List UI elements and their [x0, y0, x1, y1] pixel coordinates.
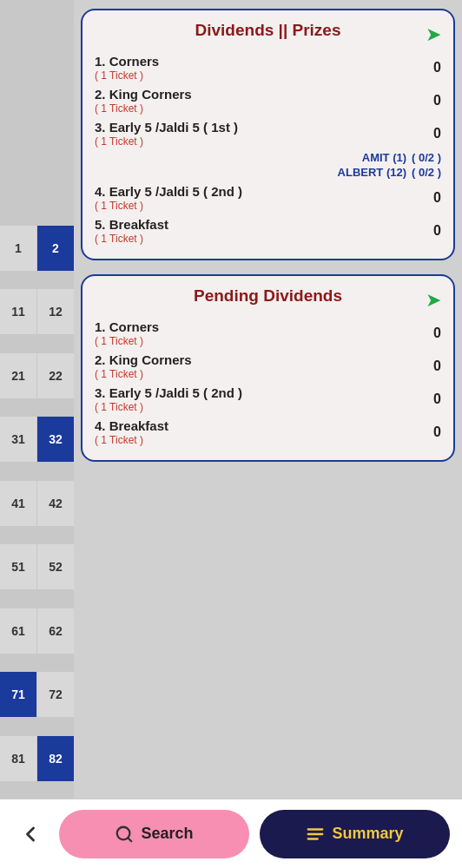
grid-cell: 32: [37, 417, 74, 462]
dividend-ticket: ( 1 Ticket ): [95, 401, 424, 413]
dividend-name: 1. Corners: [95, 319, 424, 334]
dividend-item: 4. Early 5 /Jaldi 5 ( 2nd ) ( 1 Ticket )…: [95, 184, 441, 212]
share-icon[interactable]: ➤: [426, 23, 441, 46]
dividend-ticket: ( 1 Ticket ): [95, 135, 424, 148]
dividend-value: 0: [424, 126, 441, 141]
player-name: ALBERT (12): [338, 166, 406, 179]
dividend-label: 1. Corners ( 1 Ticket ): [95, 54, 424, 82]
dividend-ticket: ( 1 Ticket ): [95, 335, 424, 347]
pending-dividend-item: 1. Corners ( 1 Ticket ) 0: [95, 319, 441, 347]
pending-dividend-item: 4. Breakfast ( 1 Ticket ) 0: [95, 418, 441, 446]
dividend-item: 2. King Corners ( 1 Ticket ) 0: [95, 87, 441, 115]
main-content: Dividends || Prizes ➤ 1. Corners ( 1 Tic…: [74, 0, 462, 799]
dividend-value: 0: [424, 93, 441, 108]
dividend-value: 0: [424, 424, 441, 440]
grid-cell: 72: [37, 672, 74, 717]
pending-dividends-card: Pending Dividends ➤ 1. Corners ( 1 Ticke…: [81, 274, 455, 462]
dividends-items-late-container: 4. Early 5 /Jaldi 5 ( 2nd ) ( 1 Ticket )…: [95, 184, 441, 245]
players-container: AMIT (1) ( 0/2 ) ALBERT (12) ( 0/2 ): [95, 151, 441, 179]
pending-dividend-item: 3. Early 5 /Jaldi 5 ( 2nd ) ( 1 Ticket )…: [95, 385, 441, 413]
dividend-label: 2. King Corners ( 1 Ticket ): [95, 87, 424, 115]
dividend-label: 4. Early 5 /Jaldi 5 ( 2nd ) ( 1 Ticket ): [95, 184, 424, 212]
grid-cell: 31: [0, 417, 36, 462]
dividends-prizes-title: Dividends || Prizes: [195, 21, 341, 40]
pending-items-container: 1. Corners ( 1 Ticket ) 0 2. King Corner…: [95, 319, 441, 446]
grid-cell: 61: [0, 608, 36, 654]
summary-icon: [306, 825, 325, 844]
player-row: ALBERT (12) ( 0/2 ): [95, 166, 441, 179]
dividend-name: 4. Breakfast: [95, 418, 424, 433]
grid-cell: 12: [37, 289, 74, 334]
dividend-name: 4. Early 5 /Jaldi 5 ( 2nd ): [95, 184, 424, 199]
dividend-value: 0: [424, 391, 441, 407]
grid-cell: 51: [0, 544, 36, 589]
grid-cell: 1: [0, 226, 36, 271]
sidebar-grid: 1211122122313241425152616271728182: [0, 0, 74, 799]
svg-line-1: [129, 838, 132, 841]
dividend-label: 1. Corners ( 1 Ticket ): [95, 319, 424, 347]
pending-dividend-item: 2. King Corners ( 1 Ticket ) 0: [95, 352, 441, 380]
dividend-name: 5. Breakfast: [95, 217, 424, 232]
dividend-label: 5. Breakfast ( 1 Ticket ): [95, 217, 424, 245]
player-name: AMIT (1): [362, 151, 406, 164]
grid-cell: 41: [0, 481, 36, 526]
dividend-label: 3. Early 5 /Jaldi 5 ( 1st ) ( 1 Ticket ): [95, 120, 424, 148]
dividend-item: 3. Early 5 /Jaldi 5 ( 1st ) ( 1 Ticket )…: [95, 120, 441, 148]
dividend-name: 3. Early 5 /Jaldi 5 ( 2nd ): [95, 385, 424, 400]
dividend-ticket: ( 1 Ticket ): [95, 102, 424, 115]
dividend-name: 1. Corners: [95, 54, 424, 69]
dividend-label: 2. King Corners ( 1 Ticket ): [95, 352, 424, 380]
pending-share-icon[interactable]: ➤: [426, 289, 441, 312]
summary-label: Summary: [332, 825, 403, 843]
pending-dividends-title: Pending Dividends: [194, 286, 342, 306]
grid-cell: 21: [0, 353, 36, 398]
dividend-value: 0: [424, 223, 441, 239]
search-button[interactable]: Search: [59, 810, 249, 858]
dividend-value: 0: [424, 326, 441, 341]
dividend-value: 0: [424, 358, 441, 374]
dividend-ticket: ( 1 Ticket ): [95, 200, 424, 212]
grid-cell: 62: [37, 608, 74, 654]
dividend-item: 1. Corners ( 1 Ticket ) 0: [95, 54, 441, 82]
back-button[interactable]: [9, 812, 52, 856]
dividend-item: 5. Breakfast ( 1 Ticket ) 0: [95, 217, 441, 245]
player-row: AMIT (1) ( 0/2 ): [95, 151, 441, 164]
dividends-items-container: 1. Corners ( 1 Ticket ) 0 2. King Corner…: [95, 54, 441, 148]
dividend-ticket: ( 1 Ticket ): [95, 69, 424, 82]
grid-cell: 82: [37, 736, 74, 781]
dividend-label: 4. Breakfast ( 1 Ticket ): [95, 418, 424, 446]
grid-cell: 81: [0, 736, 36, 781]
grid-cell: 22: [37, 353, 74, 398]
summary-button[interactable]: Summary: [260, 810, 450, 858]
grid-cell: 52: [37, 544, 74, 589]
search-label: Search: [141, 825, 193, 843]
dividend-name: 2. King Corners: [95, 352, 424, 367]
player-score: ( 0/2 ): [412, 151, 441, 164]
bottom-nav: Search Summary: [0, 799, 462, 868]
dividend-value: 0: [424, 190, 441, 206]
dividends-prizes-card: Dividends || Prizes ➤ 1. Corners ( 1 Tic…: [81, 9, 455, 260]
dividend-name: 3. Early 5 /Jaldi 5 ( 1st ): [95, 120, 424, 135]
search-icon: [115, 825, 134, 844]
dividend-ticket: ( 1 Ticket ): [95, 434, 424, 446]
dividend-ticket: ( 1 Ticket ): [95, 233, 424, 245]
dividend-name: 2. King Corners: [95, 87, 424, 102]
grid-cell: 42: [37, 481, 74, 526]
player-score: ( 0/2 ): [412, 166, 441, 179]
grid-cell: 71: [0, 672, 36, 717]
grid-cell: 11: [0, 289, 36, 334]
dividend-label: 3. Early 5 /Jaldi 5 ( 2nd ) ( 1 Ticket ): [95, 385, 424, 413]
dividend-ticket: ( 1 Ticket ): [95, 368, 424, 380]
dividend-value: 0: [424, 60, 441, 76]
grid-cell: 2: [37, 226, 74, 271]
